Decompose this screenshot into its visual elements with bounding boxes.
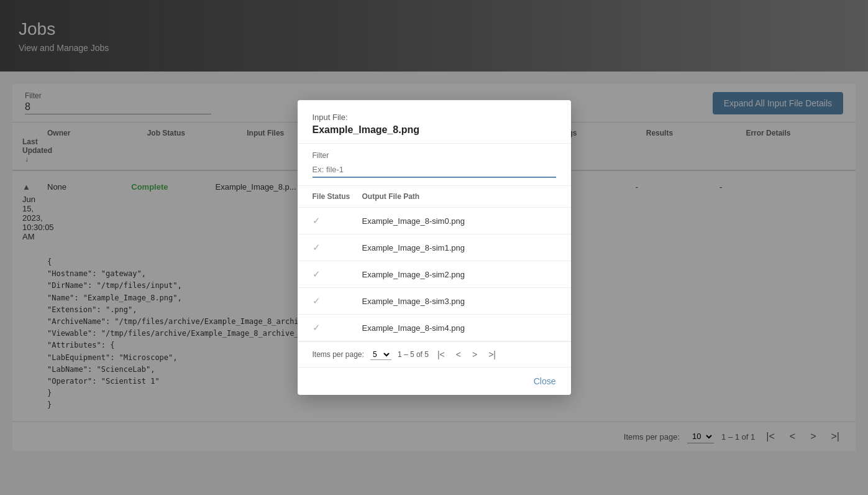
- modal-first-page-button[interactable]: |<: [435, 348, 447, 361]
- file-status-icon: ✓: [313, 322, 362, 333]
- close-button[interactable]: Close: [534, 376, 556, 386]
- modal-col-output-path: Output File Path: [362, 192, 556, 201]
- modal-table-row: ✓ Example_Image_8-sim2.png: [298, 261, 571, 288]
- modal-table-row: ✓ Example_Image_8-sim1.png: [298, 234, 571, 261]
- modal-last-page-button[interactable]: >|: [486, 348, 498, 361]
- modal-filter-section: Filter: [298, 144, 571, 186]
- modal-table-row: ✓ Example_Image_8-sim3.png: [298, 288, 571, 315]
- modal-filter-input[interactable]: [313, 162, 556, 178]
- file-status-icon: ✓: [313, 215, 362, 226]
- modal-table-row: ✓ Example_Image_8-sim0.png: [298, 208, 571, 234]
- output-file-path: Example_Image_8-sim2.png: [362, 270, 556, 279]
- modal-filter-label: Filter: [313, 151, 556, 160]
- modal-prev-page-button[interactable]: <: [454, 348, 464, 361]
- modal-pagination-range: 1 – 5 of 5: [398, 350, 429, 359]
- modal-close-section: Close: [298, 367, 571, 395]
- modal-items-select[interactable]: 5 10 25: [370, 349, 391, 360]
- file-status-icon: ✓: [313, 269, 362, 280]
- modal-header: Input File: Example_Image_8.png: [298, 100, 571, 144]
- file-status-icon: ✓: [313, 295, 362, 307]
- output-file-path: Example_Image_8-sim1.png: [362, 243, 556, 252]
- input-file-modal: Input File: Example_Image_8.png Filter F…: [298, 100, 571, 395]
- modal-filename: Example_Image_8.png: [313, 124, 556, 136]
- modal-pagination: Items per page: 5 10 25 1 – 5 of 5 |< < …: [298, 341, 571, 367]
- modal-next-page-button[interactable]: >: [470, 348, 480, 361]
- modal-col-file-status: File Status: [313, 192, 362, 201]
- modal-table-body: ✓ Example_Image_8-sim0.png ✓ Example_Ima…: [298, 208, 571, 341]
- modal-title-label: Input File:: [313, 113, 556, 122]
- output-file-path: Example_Image_8-sim3.png: [362, 297, 556, 306]
- file-status-icon: ✓: [313, 242, 362, 253]
- modal-table-header: File Status Output File Path: [298, 186, 571, 208]
- output-file-path: Example_Image_8-sim4.png: [362, 323, 556, 333]
- modal-overlay: Input File: Example_Image_8.png Filter F…: [0, 0, 868, 495]
- modal-items-label: Items per page:: [313, 350, 364, 359]
- modal-table-row: ✓ Example_Image_8-sim4.png: [298, 315, 571, 341]
- output-file-path: Example_Image_8-sim0.png: [362, 216, 556, 226]
